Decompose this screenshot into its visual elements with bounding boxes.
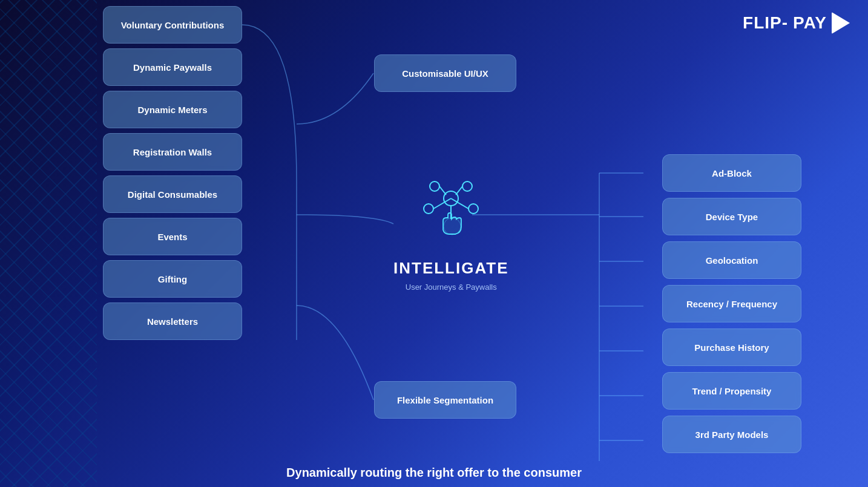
- bottom-tagline: Dynamically routing the right offer to t…: [286, 466, 582, 480]
- central-node: INTELLIGATE User Journeys & Paywalls: [393, 175, 509, 292]
- right-btn-geolocation[interactable]: Geolocation: [662, 241, 801, 279]
- left-btn-digital-consumables[interactable]: Digital Consumables: [103, 175, 242, 213]
- right-panel: Ad-BlockDevice TypeGeolocationRecency / …: [662, 154, 801, 453]
- left-btn-voluntary-contributions[interactable]: Voluntary Contributions: [103, 6, 242, 44]
- right-btn-3rd-party-models[interactable]: 3rd Party Models: [662, 416, 801, 453]
- left-btn-dynamic-meters[interactable]: Dynamic Meters: [103, 91, 242, 128]
- svg-point-9: [469, 204, 478, 214]
- left-panel: Voluntary ContributionsDynamic PaywallsD…: [103, 6, 242, 340]
- svg-line-16: [456, 186, 462, 195]
- svg-point-11: [462, 181, 472, 191]
- central-subtitle: User Journeys & Paywalls: [406, 283, 497, 292]
- right-btn-purchase-history[interactable]: Purchase History: [662, 328, 801, 366]
- svg-line-13: [433, 198, 451, 209]
- left-btn-dynamic-paywalls[interactable]: Dynamic Paywalls: [103, 48, 242, 86]
- left-btn-gifting[interactable]: Gifting: [103, 260, 242, 298]
- left-btn-newsletters[interactable]: Newsletters: [103, 302, 242, 340]
- logo-text-pay: PAY: [793, 13, 827, 33]
- logo: FLIP- PAY: [743, 12, 850, 34]
- right-btn-device-type[interactable]: Device Type: [662, 198, 801, 235]
- svg-point-10: [430, 181, 439, 191]
- main-container: FLIP- PAY Voluntar: [0, 0, 868, 487]
- left-btn-events[interactable]: Events: [103, 218, 242, 255]
- right-btn-trend-propensity[interactable]: Trend / Propensity: [662, 372, 801, 410]
- customisable-ui-button[interactable]: Customisable UI/UX: [374, 54, 516, 92]
- intelligate-icon: [412, 175, 490, 254]
- right-btn-ad-block[interactable]: Ad-Block: [662, 154, 801, 192]
- left-btn-registration-walls[interactable]: Registration Walls: [103, 133, 242, 171]
- flexible-segmentation-button[interactable]: Flexible Segmentation: [374, 381, 516, 419]
- logo-text: FLIP-: [743, 13, 788, 33]
- central-title: INTELLIGATE: [393, 259, 509, 278]
- svg-line-14: [451, 198, 469, 209]
- right-btn-recency-frequency[interactable]: Recency / Frequency: [662, 285, 801, 322]
- svg-point-8: [424, 204, 433, 214]
- logo-play-icon: [832, 12, 850, 34]
- svg-line-15: [439, 186, 446, 195]
